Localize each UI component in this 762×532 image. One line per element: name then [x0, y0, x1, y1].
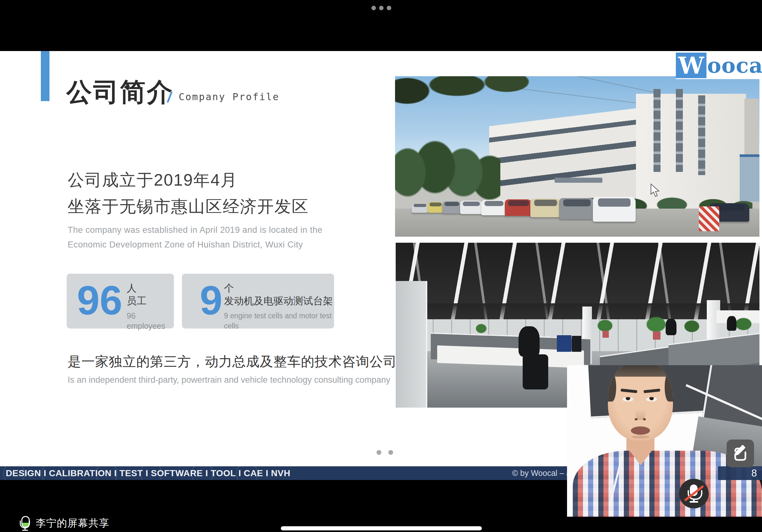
standing-person	[666, 319, 676, 335]
entrance-canopy	[555, 178, 602, 183]
closing-line-zh: 是一家独立的第三方，动力总成及整车的技术咨询公司	[68, 353, 397, 370]
body-line1-en: The company was established in April 201…	[68, 225, 322, 235]
plant	[645, 315, 667, 333]
woocal-logo: W oocal	[676, 52, 762, 79]
stat-sub: 9 engine test cells and motor test cells	[224, 311, 334, 331]
stat-label: 员工	[127, 295, 165, 307]
pagination-dot	[388, 450, 393, 455]
parked-car	[442, 201, 461, 213]
parked-car	[481, 200, 507, 215]
plant	[683, 319, 701, 333]
nose	[635, 402, 646, 420]
stat-unit: 人	[127, 282, 165, 295]
footer-copyright: © by Woocal – all	[512, 466, 574, 480]
stat-value: 96	[77, 275, 122, 326]
slide-title: 公司简介	[66, 75, 174, 110]
screen-share-status: 李宁的屏幕共享	[21, 516, 110, 531]
plant-pot	[602, 331, 609, 338]
stat-sub2: employees	[127, 321, 165, 331]
title-accent-bar	[41, 51, 49, 101]
slide-pagination	[377, 450, 393, 455]
footer-services-text: DESIGN I CALIBRATION I TEST I SOFTWARE I…	[6, 466, 290, 480]
pagination-dot	[377, 450, 381, 455]
eyebrow	[621, 388, 638, 393]
more-options-icon[interactable]	[371, 6, 394, 10]
microphone-active-icon	[21, 516, 29, 531]
mouse-cursor-icon	[650, 183, 660, 199]
standing-person	[727, 316, 736, 331]
woocal-logo-mark: W	[676, 53, 707, 78]
stat-card-employees: 96 人 员工 96 employees	[67, 274, 174, 328]
glass-partition	[396, 281, 427, 408]
parked-car	[505, 199, 532, 216]
body-line2-zh: 坐落于无锡市惠山区经济开发区	[68, 195, 309, 218]
chin-shading	[632, 435, 649, 438]
pencil-square-icon	[731, 444, 750, 463]
home-indicator[interactable]	[281, 526, 482, 530]
body-line1-zh: 公司成立于2019年4月	[68, 169, 238, 191]
stat-value: 9	[200, 275, 222, 326]
woocal-logo-text: oocal	[707, 53, 762, 78]
title-slash: /	[167, 89, 171, 106]
annotate-button[interactable]	[726, 439, 754, 467]
plant	[734, 317, 753, 331]
window-strip	[653, 89, 660, 172]
stat-sub1: 96	[127, 311, 165, 321]
stat-unit: 个	[224, 282, 334, 295]
striped-barrier	[699, 206, 719, 231]
mouth	[631, 427, 650, 435]
slide-subtitle: Company Profile	[179, 91, 279, 102]
eye	[646, 397, 657, 402]
screen-share-label: 李宁的屏幕共享	[36, 516, 110, 530]
binders	[557, 335, 572, 352]
nostril	[643, 418, 646, 420]
presenter-face	[608, 365, 673, 440]
parked-car	[559, 198, 595, 219]
closing-line-en: Is an independent third-party, powertrai…	[68, 375, 390, 385]
stat-label: 发动机及电驱动测试台架	[224, 295, 334, 307]
plant	[475, 323, 488, 334]
window-strip	[698, 96, 705, 175]
binders	[572, 336, 581, 352]
building-photo	[395, 76, 759, 237]
body-line2-en: Economic Development Zone of Huishan Dis…	[68, 240, 303, 250]
stat-card-test-cells: 9 个 发动机及电驱动测试台架 9 engine test cells and …	[182, 274, 334, 328]
parked-car	[412, 203, 428, 213]
parked-car	[460, 201, 483, 214]
mute-button[interactable]	[679, 479, 709, 508]
plant-pot	[653, 331, 660, 340]
window-strip	[676, 89, 683, 172]
eyebrow	[644, 388, 660, 393]
eye	[623, 397, 634, 402]
parked-car	[530, 199, 561, 217]
nostril	[635, 418, 638, 420]
parked-car	[593, 197, 636, 222]
parked-car	[427, 202, 443, 213]
footer-page-number-strip: 8	[718, 466, 762, 480]
screen: { "colors": { "accent_blue": "#4a90d5", …	[0, 0, 762, 532]
seated-person	[518, 326, 540, 357]
page-number: 8	[751, 468, 757, 479]
office-chair	[523, 354, 548, 389]
